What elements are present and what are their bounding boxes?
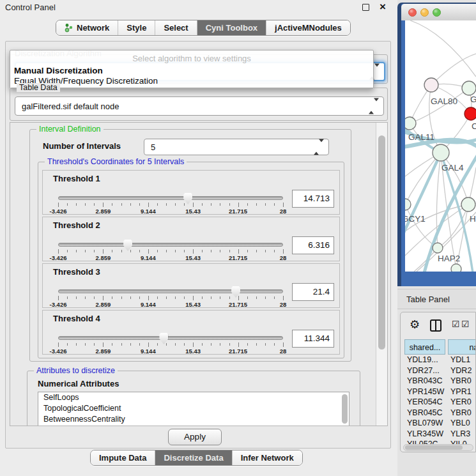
- slider-track[interactable]: [58, 289, 283, 293]
- tab-impute-data[interactable]: Impute Data: [91, 450, 155, 465]
- slider-tick: [166, 203, 167, 206]
- table-row[interactable]: YER054CYER0: [404, 397, 476, 408]
- graph-node[interactable]: [451, 264, 461, 272]
- cell-name: YBR0: [445, 408, 472, 417]
- graph-node[interactable]: [462, 81, 476, 95]
- number-of-intervals-combobox[interactable]: 5: [144, 139, 329, 155]
- tab-infer-network[interactable]: Infer Network: [233, 450, 302, 465]
- slider-tick: [76, 203, 77, 206]
- slider-tick: [166, 343, 167, 346]
- slider-tick-label: 15.43: [185, 208, 201, 215]
- column-header-name[interactable]: na: [448, 339, 476, 355]
- mac-close-button[interactable]: [408, 8, 417, 17]
- graph-node[interactable]: [405, 199, 411, 210]
- graph-node[interactable]: [461, 197, 475, 211]
- table-row[interactable]: YBR043CYBR0: [404, 376, 476, 387]
- list-scrollbar-thumb[interactable]: [342, 394, 348, 424]
- network-canvas[interactable]: GAL80GACGAL11GAL4GCY1HHAP2: [405, 20, 476, 272]
- slider-tick-label: 2.859: [96, 301, 111, 308]
- slider-tick: [193, 342, 194, 347]
- network-icon: [65, 23, 73, 33]
- float-window-icon[interactable]: [362, 4, 369, 11]
- network-window-titlebar[interactable]: [401, 4, 476, 20]
- graph-node[interactable]: [433, 243, 443, 253]
- tab-network[interactable]: Network: [56, 20, 118, 35]
- slider-tick: [85, 250, 86, 252]
- settings-scrollpane: Interval Definition Number of Intervals …: [10, 122, 388, 426]
- attribute-list-item[interactable]: BetweennessCentrality: [38, 414, 349, 425]
- scrollbar-thumb[interactable]: [405, 445, 463, 450]
- numerical-attributes-list[interactable]: SelfLoopsTopologicalCoefficientBetweenne…: [38, 392, 349, 426]
- table-row[interactable]: YIL052CYIL0: [404, 440, 476, 444]
- slider-track[interactable]: [58, 196, 283, 200]
- graph-node[interactable]: [464, 107, 476, 120]
- threshold-slider[interactable]: -3.4262.8599.14415.4321.71528: [58, 334, 283, 354]
- slider-tick: [175, 203, 176, 206]
- attribute-list-item[interactable]: SelfLoops: [38, 392, 349, 403]
- table-row[interactable]: YBL079WYBL0: [404, 418, 476, 429]
- graph-node[interactable]: [433, 144, 449, 161]
- gear-icon[interactable]: ⚙: [410, 318, 420, 332]
- split-column-icon[interactable]: [430, 319, 441, 332]
- table-row[interactable]: YBR045CYBR0: [404, 408, 476, 419]
- slider-tick-label: 9.144: [141, 348, 156, 355]
- slider-tick: [112, 343, 112, 346]
- graph-edge: [431, 54, 476, 85]
- slider-tick: [283, 296, 284, 300]
- slider-track[interactable]: [58, 336, 283, 340]
- mac-minimize-button[interactable]: [420, 8, 429, 17]
- slider-tick: [211, 203, 211, 206]
- checkbox-icon[interactable]: ☑: [452, 319, 460, 329]
- slider-thumb[interactable]: [159, 333, 168, 344]
- scrollbar-thumb[interactable]: [378, 135, 385, 349]
- attribute-list-item[interactable]: TopologicalCoefficient: [38, 403, 349, 414]
- slider-tick: [130, 343, 131, 346]
- slider-tick: [202, 296, 203, 299]
- checkbox-icon[interactable]: ☑: [461, 319, 470, 329]
- graph-node[interactable]: [405, 117, 416, 130]
- mac-zoom-button[interactable]: [433, 8, 441, 17]
- threshold-value-field[interactable]: 11.344: [292, 330, 334, 348]
- slider-tick: [238, 203, 239, 207]
- slider-tick: [247, 343, 248, 346]
- threshold-value-field[interactable]: 14.713: [292, 190, 334, 208]
- threshold-label: Threshold 3: [53, 267, 100, 277]
- table-data-combobox[interactable]: galFiltered.sif default node: [15, 96, 384, 116]
- cell-name: YDR2: [445, 366, 472, 375]
- table-horizontal-scrollbar[interactable]: [403, 444, 473, 451]
- slider-thumb[interactable]: [123, 240, 132, 251]
- slider-tick: [67, 203, 68, 206]
- slider-tick: [211, 296, 211, 299]
- threshold-value-field[interactable]: 6.316: [292, 236, 334, 254]
- slider-thumb[interactable]: [231, 286, 240, 298]
- table-row[interactable]: YPR145WYPR1: [404, 387, 476, 398]
- slider-track[interactable]: [58, 243, 283, 247]
- tab-discretize-data[interactable]: Discretize Data: [155, 450, 232, 465]
- slider-tick: [148, 249, 149, 254]
- slider-tick: [184, 296, 185, 299]
- apply-button[interactable]: Apply: [168, 429, 222, 445]
- slider-tick: [238, 342, 239, 347]
- slider-tick: [76, 296, 77, 299]
- slider-tick: [94, 250, 95, 252]
- cell-name: YPR1: [445, 387, 472, 396]
- threshold-slider[interactable]: -3.4262.8599.14415.4321.71528: [58, 194, 283, 214]
- threshold-slider[interactable]: -3.4262.8599.14415.4321.71528: [58, 240, 283, 261]
- slider-tick: [184, 250, 185, 252]
- table-row[interactable]: YDL19...YDL1: [404, 355, 476, 366]
- tab-select[interactable]: Select: [155, 20, 197, 35]
- slider-thumb[interactable]: [183, 193, 192, 204]
- close-icon[interactable]: ×: [380, 1, 386, 13]
- tab-cyni-toolbox[interactable]: Cyni Toolbox: [197, 20, 266, 35]
- popup-option-manual-discretization[interactable]: Manual Discretization: [14, 66, 103, 75]
- control-panel-titlebar: Control Panel ×: [0, 0, 397, 14]
- threshold-value-field[interactable]: 21.4: [292, 283, 334, 301]
- settings-vertical-scrollbar[interactable]: [376, 123, 387, 426]
- table-row[interactable]: YDR27...YDR2: [404, 366, 476, 377]
- threshold-slider[interactable]: -3.4262.8599.14415.4321.71528: [58, 287, 283, 307]
- column-header-shared-name[interactable]: shared...: [404, 339, 445, 355]
- table-row[interactable]: YLR345WYLR3: [404, 429, 476, 440]
- tab-jactivemnodules[interactable]: jActiveMNodules: [266, 20, 350, 35]
- graph-node[interactable]: [424, 78, 438, 92]
- tab-style[interactable]: Style: [118, 20, 155, 35]
